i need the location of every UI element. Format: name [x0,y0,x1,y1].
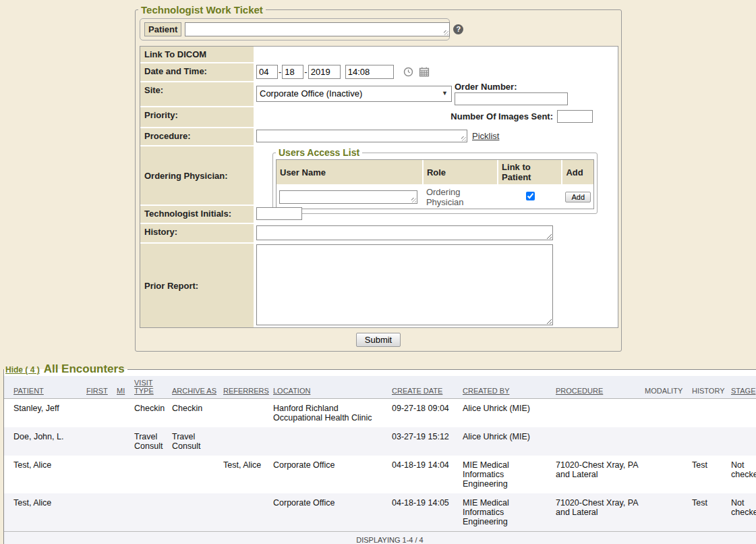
table-cell: 04-18-19 14:05 [389,493,460,532]
link-to-patient-checkbox[interactable] [526,192,535,200]
site-label: Site: [140,81,254,106]
users-access-list-title: Users Access List [276,147,362,158]
ual-header-add: Add [562,160,593,186]
table-cell: MIE Medical Informatics Engineering [460,493,553,532]
patient-search-box: Patient ? [140,18,450,40]
table-cell [642,456,689,493]
help-icon[interactable]: ? [453,24,463,34]
table-cell [642,493,689,532]
table-cell: Alice Uhrick (MIE) [460,427,553,456]
ual-header-user-name: User Name [277,160,424,186]
table-cell: Travel Consult [169,427,221,456]
link-to-dicom-label: Link To DICOM [140,47,254,62]
table-cell: Not checked [728,493,756,532]
date-time-label: Date and Time: [140,62,254,81]
ual-header-link-to-patient: Link to Patient [498,160,562,186]
prior-report-label: Prior Report: [140,242,254,327]
table-cell [132,493,169,532]
order-number-input[interactable] [455,92,568,105]
ual-header-role: Role [424,160,498,186]
patient-label: Patient [144,22,181,36]
history-textarea[interactable] [256,225,553,240]
date-separator: - [304,67,307,77]
table-cell [132,456,169,493]
table-cell: Test [689,456,728,493]
date-year-input[interactable] [308,65,341,79]
table-footer: DISPLAYING 1-4 / 4 [4,532,756,544]
clock-icon[interactable] [403,67,413,77]
table-row[interactable]: Test, AliceCorporate Office04-18-19 14:0… [4,493,756,532]
table-cell [84,399,114,428]
column-header-first[interactable]: FIRST [84,376,114,399]
column-header-stage[interactable]: STAGE [728,376,756,399]
column-header-visit-type[interactable]: VISIT TYPE [132,376,169,399]
column-header-procedure[interactable]: PROCEDURE [553,376,642,399]
table-cell: Corporate Office [270,493,389,532]
column-header-location[interactable]: LOCATION [270,376,389,399]
column-header-create-date[interactable]: CREATE DATE [389,376,460,399]
technologist-initials-input[interactable] [256,207,302,220]
date-day-input[interactable] [282,65,303,79]
site-select[interactable]: Corporate Office (Inactive) [256,86,452,102]
table-cell [114,399,132,428]
table-row[interactable]: Test, AliceTest, AliceCorporate Office04… [4,456,756,493]
work-ticket-form: Link To DICOM Date and Time: - - [140,46,618,328]
prior-report-textarea[interactable] [256,244,553,325]
patient-input[interactable] [185,22,450,36]
table-cell: Checkin [169,399,221,428]
table-cell: Test, Alice [221,456,270,493]
column-header-history: HISTORY [689,376,728,399]
column-header-mi[interactable]: MI [114,376,132,399]
table-cell: 04-18-19 14:04 [389,456,460,493]
procedure-label: Procedure: [140,127,254,145]
history-label: History: [140,223,254,242]
technologist-initials-label: Technologist Initials: [140,205,254,223]
table-cell [84,493,114,532]
table-cell: Hanford Richland Occupational Health Cli… [270,399,389,428]
ordering-physician-label: Ordering Physician: [140,145,254,205]
encounters-table: PATIENTFIRSTMIVISIT TYPEARCHIVE ASREFERR… [4,376,756,544]
procedure-input[interactable] [256,130,467,142]
table-cell: 09-27-18 09:04 [389,399,460,428]
displaying-count: DISPLAYING 1-4 / 4 [4,532,756,544]
add-button[interactable]: Add [565,192,591,202]
table-cell [114,427,132,456]
table-cell: Stanley, Jeff [4,399,84,428]
hide-link[interactable]: Hide ( 4 ) [5,365,40,375]
date-month-input[interactable] [256,65,278,79]
work-ticket-panel: Technologist Work Ticket Patient ? Link … [135,4,622,352]
images-sent-input[interactable] [557,110,593,123]
submit-button[interactable]: Submit [356,333,401,347]
column-header-modality: MODALITY [642,376,689,399]
order-number-label: Order Number: [455,82,568,92]
table-cell [553,399,642,428]
table-cell [169,493,221,532]
table-cell: Test, Alice [4,456,84,493]
picklist-link[interactable]: Picklist [472,131,499,141]
column-header-patient[interactable]: PATIENT [4,376,84,399]
table-cell [642,427,689,456]
date-separator: - [279,67,281,77]
table-cell [221,427,270,456]
table-cell [689,427,728,456]
table-cell: Test [689,493,728,532]
table-cell: 71020-Chest Xray, PA and Lateral [553,456,642,493]
column-header-created-by[interactable]: CREATED BY [460,376,553,399]
table-cell [221,399,270,428]
table-cell [728,427,756,456]
table-cell: 03-27-19 15:12 [389,427,460,456]
images-sent-label: Number Of Images Sent: [450,111,553,121]
table-cell [84,456,114,493]
work-ticket-title: Technologist Work Ticket [138,4,266,16]
user-name-input[interactable] [279,190,417,204]
table-cell: Not checked [728,456,756,493]
table-cell: Test, Alice [4,493,84,532]
table-cell: Alice Uhrick (MIE) [460,399,553,428]
column-header-referrers[interactable]: REFERRERS [221,376,270,399]
time-input[interactable] [345,65,394,79]
table-row[interactable]: Stanley, JeffCheckinCheckinHanford Richl… [4,399,756,428]
table-cell [169,456,221,493]
column-header-archive-as[interactable]: ARCHIVE AS [169,376,221,399]
calendar-icon[interactable] [419,67,430,77]
table-row[interactable]: Doe, John, L.Travel ConsultTravel Consul… [4,427,756,456]
